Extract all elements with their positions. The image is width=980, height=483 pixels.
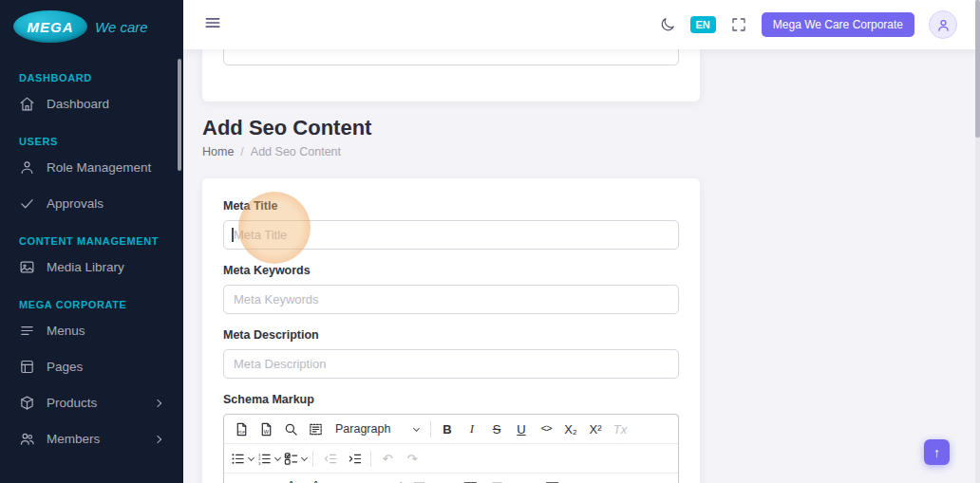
numbered-list-button[interactable]: 123 — [255, 446, 282, 471]
top-header: EN Mega We Care Corporate — [183, 0, 980, 49]
sidebar-item-products[interactable]: Products — [0, 386, 183, 419]
clipped-input[interactable] — [223, 49, 679, 65]
svg-text:W: W — [263, 429, 269, 435]
sidebar-item-label: Pages — [47, 360, 83, 374]
scroll-to-top-button[interactable]: ↑ — [924, 439, 950, 465]
page-icon — [19, 359, 35, 375]
sidebar-scrollbar[interactable] — [178, 59, 181, 171]
clipped-previous-card — [202, 49, 700, 102]
users-icon — [19, 431, 35, 447]
media-embed-button[interactable] — [488, 475, 515, 483]
show-blocks-icon — [309, 422, 323, 437]
sidebar-item-menus[interactable]: Menus — [0, 314, 183, 347]
list-icon — [19, 323, 35, 339]
toolbar-separator — [370, 451, 371, 467]
sidebar-item-pages[interactable]: Pages — [0, 350, 183, 383]
organization-button[interactable]: Mega We Care Corporate — [762, 12, 914, 37]
subscript-button[interactable]: X₂ — [558, 417, 583, 441]
export-pdf-button[interactable]: PDF — [229, 417, 254, 441]
special-characters-button[interactable]: Ω — [515, 475, 539, 483]
sidebar-item-dashboard[interactable]: Dashboard — [0, 87, 183, 121]
chevron-down-icon — [274, 454, 281, 460]
redo-button[interactable]: ↷ — [400, 446, 424, 471]
bulleted-list-button[interactable] — [229, 446, 255, 471]
indent-button[interactable] — [342, 446, 367, 471]
sidebar-item-approvals[interactable]: Approvals — [0, 187, 183, 220]
sidebar-item-label: Approvals — [47, 196, 104, 211]
show-blocks-button[interactable] — [303, 417, 328, 441]
font-background-button[interactable]: A — [308, 475, 332, 483]
meta-keywords-wrap — [223, 285, 679, 314]
menu-toggle-button[interactable] — [203, 13, 222, 36]
content-column: Add Seo Content Home / Add Seo Content M… — [202, 49, 700, 483]
chevron-right-icon — [154, 399, 161, 406]
superscript-button[interactable]: X² — [583, 417, 608, 441]
remove-format-button[interactable]: Tx — [608, 417, 632, 441]
breadcrumb: Home / Add Seo Content — [202, 145, 700, 158]
sidebar-item-label: Role Management — [47, 160, 151, 175]
indent-icon — [348, 452, 362, 466]
chevron-down-icon — [301, 454, 308, 460]
meta-keywords-input[interactable] — [223, 285, 679, 314]
logo-text: MEGA — [28, 19, 74, 35]
dark-mode-toggle[interactable] — [659, 16, 676, 33]
svg-text:PDF: PDF — [237, 429, 245, 434]
highlight-button[interactable] — [332, 475, 359, 483]
font-color-button[interactable]: A — [283, 475, 308, 483]
paragraph-style-value: Paragraph — [335, 422, 390, 436]
insert-table-button[interactable] — [462, 475, 488, 483]
export-pdf-icon: PDF — [235, 422, 249, 437]
brand-logo[interactable]: MEGA We care — [0, 0, 183, 53]
block-quote-button[interactable]: “ — [437, 475, 462, 483]
page-scrollbar[interactable] — [975, 0, 980, 483]
alignment-button[interactable] — [359, 475, 386, 483]
breadcrumb-home-link[interactable]: Home — [202, 145, 234, 158]
export-word-button[interactable]: W — [254, 417, 278, 441]
seo-form-card: Meta Title Meta Keywords Meta Descriptio… — [202, 178, 700, 483]
editor-toolbar-row-2: 123 — [224, 444, 678, 474]
page-title: Add Seo Content — [202, 116, 700, 140]
outdent-button[interactable] — [317, 446, 342, 471]
meta-description-input[interactable] — [223, 349, 679, 379]
sidebar-item-label: Members — [47, 432, 100, 446]
italic-button[interactable]: I — [460, 417, 484, 441]
media-icon — [19, 259, 35, 275]
insert-image-button[interactable] — [410, 475, 437, 483]
main-area: EN Mega We Care Corporate Add Seo Conten… — [183, 0, 980, 483]
person-icon — [935, 17, 952, 33]
sidebar-item-role-management[interactable]: Role Management — [0, 151, 183, 184]
section-heading-content-management: CONTENT MANAGEMENT — [19, 235, 164, 247]
undo-button[interactable]: ↶ — [375, 446, 400, 471]
sidebar-item-media-library[interactable]: Media Library — [0, 251, 183, 284]
sidebar: MEGA We care DASHBOARD Dashboard USERS R… — [0, 0, 183, 483]
find-replace-button[interactable] — [278, 417, 303, 441]
check-icon — [19, 195, 35, 212]
meta-title-input[interactable] — [223, 220, 679, 250]
moon-icon — [659, 16, 676, 33]
link-button[interactable] — [386, 475, 410, 483]
font-family-button[interactable]: Aa — [255, 475, 283, 483]
find-replace-icon — [284, 422, 298, 437]
numbered-list-icon: 123 — [257, 452, 272, 466]
bulleted-list-icon — [231, 452, 245, 466]
page-scrollbar-thumb[interactable] — [975, 0, 980, 138]
sidebar-item-members[interactable]: Members — [0, 422, 183, 455]
language-badge[interactable]: EN — [690, 16, 716, 33]
bold-button[interactable]: B — [435, 417, 460, 441]
html-embed-button[interactable] — [539, 475, 564, 483]
todo-list-button[interactable] — [282, 446, 309, 471]
meta-keywords-label: Meta Keywords — [223, 264, 679, 277]
sidebar-item-label: Media Library — [47, 260, 124, 274]
brand-tagline: We care — [95, 19, 148, 35]
todo-list-icon — [284, 452, 298, 466]
font-size-button[interactable]: A↕ — [229, 475, 255, 483]
user-avatar[interactable] — [929, 10, 957, 39]
paragraph-style-dropdown[interactable]: Paragraph — [328, 417, 426, 441]
fullscreen-button[interactable] — [730, 16, 747, 33]
section-heading-mega-corporate: MEGA CORPORATE — [19, 299, 164, 310]
strikethrough-button[interactable]: S — [484, 417, 509, 441]
meta-title-wrap — [223, 220, 679, 250]
code-button[interactable]: <> — [534, 417, 558, 441]
underline-button[interactable]: U — [509, 417, 534, 441]
text-caret — [232, 228, 234, 242]
